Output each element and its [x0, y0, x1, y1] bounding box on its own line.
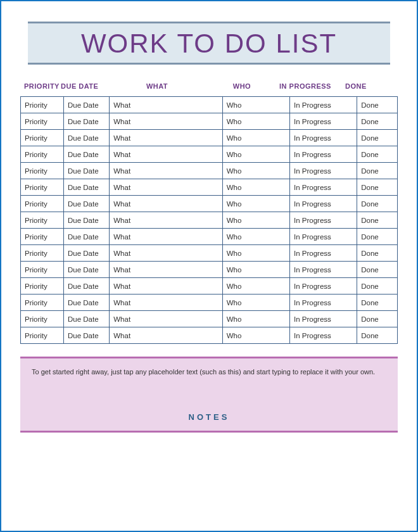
table-cell[interactable]: Done [357, 163, 398, 179]
table-cell[interactable]: Who [222, 278, 289, 294]
table-cell[interactable]: Priority [21, 327, 64, 344]
table-cell[interactable]: Due Date [64, 245, 110, 262]
table-cell[interactable]: Due Date [64, 179, 110, 196]
table-cell[interactable]: Due Date [64, 130, 110, 146]
table-cell[interactable]: What [110, 311, 223, 327]
table-row: PriorityDue DateWhatWhoIn ProgressDone [21, 146, 398, 163]
table-cell[interactable]: Priority [21, 311, 64, 327]
table-cell[interactable]: Who [222, 229, 289, 245]
table-cell[interactable]: What [110, 294, 223, 311]
table-cell[interactable]: Done [357, 113, 398, 130]
page-frame: WORK TO DO LIST PRIORITY DUE DATE WHAT W… [0, 0, 418, 532]
table-cell[interactable]: Done [357, 229, 398, 245]
table-cell[interactable]: Priority [21, 130, 64, 146]
table-cell[interactable]: In Progress [290, 229, 357, 245]
table-cell[interactable]: Due Date [64, 196, 110, 212]
table-cell[interactable]: What [110, 196, 223, 212]
table-cell[interactable]: In Progress [290, 212, 357, 229]
table-cell[interactable]: In Progress [290, 278, 357, 294]
col-priority: PRIORITY [20, 82, 61, 90]
table-cell[interactable]: What [110, 146, 223, 163]
table-cell[interactable]: Priority [21, 278, 64, 294]
table-cell[interactable]: Who [222, 113, 289, 130]
notes-instruction[interactable]: To get started right away, just tap any … [32, 367, 386, 377]
table-cell[interactable]: What [110, 327, 223, 344]
table-cell[interactable]: Due Date [64, 294, 110, 311]
table-cell[interactable]: What [110, 278, 223, 294]
table-cell[interactable]: What [110, 163, 223, 179]
table-cell[interactable]: Who [222, 97, 289, 113]
table-cell[interactable]: Priority [21, 196, 64, 212]
table-cell[interactable]: Who [222, 130, 289, 146]
table-cell[interactable]: Due Date [64, 146, 110, 163]
table-cell[interactable]: What [110, 130, 223, 146]
table-cell[interactable]: Due Date [64, 229, 110, 245]
table-cell[interactable]: In Progress [290, 311, 357, 327]
table-cell[interactable]: Done [357, 327, 398, 344]
table-cell[interactable]: Due Date [64, 327, 110, 344]
table-row: PriorityDue DateWhatWhoIn ProgressDone [21, 245, 398, 262]
table-cell[interactable]: Done [357, 130, 398, 146]
table-cell[interactable]: Done [357, 294, 398, 311]
table-cell[interactable]: Priority [21, 146, 64, 163]
table-cell[interactable]: What [110, 97, 223, 113]
table-cell[interactable]: Due Date [64, 113, 110, 130]
table-cell[interactable]: Priority [21, 179, 64, 196]
table-cell[interactable]: What [110, 245, 223, 262]
table-cell[interactable]: Done [357, 311, 398, 327]
table-cell[interactable]: In Progress [290, 179, 357, 196]
table-cell[interactable]: Who [222, 311, 289, 327]
table-cell[interactable]: Who [222, 179, 289, 196]
table-cell[interactable]: Due Date [64, 163, 110, 179]
table-cell[interactable]: Priority [21, 262, 64, 278]
col-what: WHAT [104, 82, 210, 90]
title-block: WORK TO DO LIST [28, 22, 390, 65]
table-cell[interactable]: Who [222, 163, 289, 179]
table-cell[interactable]: Who [222, 146, 289, 163]
table-cell[interactable]: Priority [21, 245, 64, 262]
table-cell[interactable]: Done [357, 146, 398, 163]
table-cell[interactable]: In Progress [290, 294, 357, 311]
table-cell[interactable]: Done [357, 278, 398, 294]
notes-heading: NOTES [32, 412, 386, 422]
table-cell[interactable]: Who [222, 245, 289, 262]
table-cell[interactable]: In Progress [290, 163, 357, 179]
table-row: PriorityDue DateWhatWhoIn ProgressDone [21, 163, 398, 179]
table-cell[interactable]: In Progress [290, 196, 357, 212]
table-cell[interactable]: Due Date [64, 212, 110, 229]
table-cell[interactable]: In Progress [290, 130, 357, 146]
table-cell[interactable]: In Progress [290, 97, 357, 113]
table-cell[interactable]: Priority [21, 294, 64, 311]
table-cell[interactable]: Who [222, 196, 289, 212]
table-cell[interactable]: Priority [21, 229, 64, 245]
table-cell[interactable]: Who [222, 212, 289, 229]
table-cell[interactable]: In Progress [290, 327, 357, 344]
table-cell[interactable]: Done [357, 245, 398, 262]
table-cell[interactable]: Due Date [64, 311, 110, 327]
table-cell[interactable]: Who [222, 262, 289, 278]
table-cell[interactable]: What [110, 179, 223, 196]
table-cell[interactable]: What [110, 212, 223, 229]
table-cell[interactable]: Who [222, 294, 289, 311]
table-row: PriorityDue DateWhatWhoIn ProgressDone [21, 327, 398, 344]
table-cell[interactable]: Priority [21, 212, 64, 229]
table-cell[interactable]: Who [222, 327, 289, 344]
table-cell[interactable]: Done [357, 262, 398, 278]
table-cell[interactable]: In Progress [290, 113, 357, 130]
table-cell[interactable]: Done [357, 97, 398, 113]
table-cell[interactable]: In Progress [290, 262, 357, 278]
table-cell[interactable]: Priority [21, 97, 64, 113]
table-cell[interactable]: What [110, 229, 223, 245]
table-cell[interactable]: Done [357, 179, 398, 196]
table-cell[interactable]: Due Date [64, 278, 110, 294]
table-cell[interactable]: Done [357, 212, 398, 229]
table-cell[interactable]: Priority [21, 163, 64, 179]
table-cell[interactable]: Priority [21, 113, 64, 130]
table-cell[interactable]: In Progress [290, 245, 357, 262]
table-cell[interactable]: Done [357, 196, 398, 212]
table-cell[interactable]: Due Date [64, 97, 110, 113]
table-cell[interactable]: In Progress [290, 146, 357, 163]
table-cell[interactable]: What [110, 113, 223, 130]
table-cell[interactable]: Due Date [64, 262, 110, 278]
table-cell[interactable]: What [110, 262, 223, 278]
